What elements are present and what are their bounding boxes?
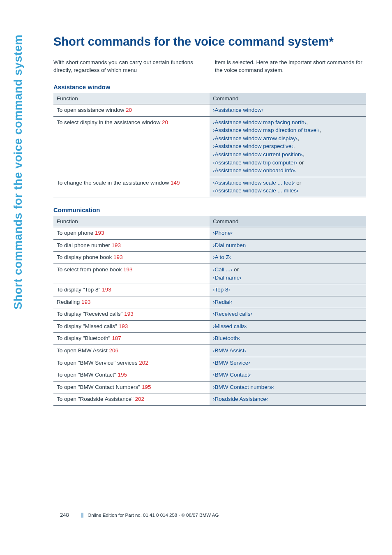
page-reference-link[interactable]: 193: [124, 311, 134, 317]
function-cell: To display "Bluetooth" 187: [53, 333, 210, 345]
page-number: 248: [53, 512, 80, 518]
table-row: To open assistance window 20›Assistance …: [53, 104, 366, 117]
command-cell: ›BMW Service‹: [210, 357, 366, 369]
page-reference-link[interactable]: 193: [123, 266, 133, 273]
table-row: To display "Received calls" 193›Received…: [53, 308, 366, 321]
command-text: ,: [297, 135, 299, 141]
page-reference-link[interactable]: 193: [81, 299, 91, 305]
function-cell: To open "Roadside Assistance" 202: [53, 393, 210, 406]
function-text: To open "Roadside Assistance": [57, 396, 135, 402]
page-reference-link[interactable]: 193: [102, 287, 111, 293]
table-communication: Function Command To open phone 193›Phone…: [53, 216, 366, 406]
page-title: Short commands for the voice command sys…: [53, 35, 366, 49]
table-row: To open BMW Assist 206›BMW Assist‹: [53, 345, 366, 357]
table-row: To open phone 193›Phone‹: [53, 227, 366, 240]
intro-right: item is selected. Here are the important…: [215, 59, 366, 74]
command-cell: ›Phone‹: [210, 227, 366, 240]
function-cell: To dial phone number 193: [53, 239, 210, 252]
function-cell: To open "BMW Contact" 195: [53, 369, 210, 382]
command-text: ›Top 8‹: [213, 287, 230, 293]
function-text: To display phone book: [57, 254, 113, 260]
page-reference-link[interactable]: 20: [126, 107, 132, 113]
function-text: To display "Top 8": [57, 287, 102, 293]
command-cell: ›Dial number‹: [210, 239, 366, 252]
function-text: To dial phone number: [57, 242, 112, 248]
page-reference-link[interactable]: 193: [112, 242, 121, 248]
page-footer: 248 Online Edition for Part no. 01 41 0 …: [53, 512, 366, 518]
command-cell: ›A to Z‹: [210, 252, 366, 264]
function-text: To open assistance window: [57, 107, 126, 113]
page-reference-link[interactable]: 193: [95, 230, 104, 236]
command-text: ›Call ...‹: [213, 266, 232, 273]
page-reference-link[interactable]: 20: [162, 119, 168, 125]
command-text: ›Dial name‹: [213, 275, 242, 281]
command-cell: ›Missed calls‹: [210, 320, 366, 333]
page-reference-link[interactable]: 193: [113, 254, 123, 260]
page-reference-link[interactable]: 187: [112, 335, 121, 341]
command-cell: ›BMW Contact numbers‹: [210, 381, 366, 393]
function-text: To open "BMW Contact Numbers": [57, 384, 142, 390]
command-text: ,: [306, 119, 308, 125]
command-text: ›Assistance window map direction of trav…: [213, 127, 320, 133]
function-text: To open "BMW Service" services: [57, 360, 139, 366]
table-row: To display "Missed calls" 193›Missed cal…: [53, 320, 366, 333]
table-row: To change the scale in the assistance wi…: [53, 177, 366, 197]
command-text: ›A to Z‹: [213, 254, 231, 260]
page-reference-link[interactable]: 195: [118, 372, 127, 378]
table-row: To display phone book 193›A to Z‹: [53, 252, 366, 264]
function-cell: To open BMW Assist 206: [53, 345, 210, 357]
command-text: or: [297, 160, 304, 166]
command-text: ›Redial‹: [213, 299, 232, 305]
command-text: ›Assistance window scale ... miles‹: [213, 187, 299, 194]
command-text: ›Assistance window onboard info‹: [213, 167, 296, 173]
command-cell: ›Assistance window scale ... feet‹ or›As…: [210, 177, 366, 197]
function-cell: To display phone book 193: [53, 252, 210, 264]
command-cell: ›BMW Contact‹: [210, 369, 366, 382]
command-text: ›BMW Contact numbers‹: [213, 384, 274, 390]
command-text: ›Assistance window scale ... feet‹: [213, 180, 295, 186]
command-text: ›Roadside Assistance‹: [213, 396, 268, 402]
table-assistance-body: To open assistance window 20›Assistance …: [53, 104, 366, 197]
function-text: To open BMW Assist: [57, 347, 109, 354]
function-cell: To open "BMW Service" services 202: [53, 357, 210, 369]
command-cell: ›Redial‹: [210, 296, 366, 308]
section-heading-assistance: Assistance window: [53, 83, 366, 90]
table-row: To select display in the assistance wind…: [53, 116, 366, 177]
page-reference-link[interactable]: 193: [119, 323, 128, 329]
table-row: To display "Top 8" 193›Top 8‹: [53, 284, 366, 296]
function-cell: To select display in the assistance wind…: [53, 116, 210, 177]
function-text: To display "Bluetooth": [57, 335, 112, 341]
table-row: To open "BMW Service" services 202›BMW S…: [53, 357, 366, 369]
section-heading-communication: Communication: [53, 206, 366, 213]
function-text: To display "Missed calls": [57, 323, 119, 329]
side-tab-label: Short commands for the voice command sys…: [12, 35, 25, 310]
page-reference-link[interactable]: 206: [109, 347, 119, 354]
function-text: To open phone: [57, 230, 95, 236]
col-header-function: Function: [53, 93, 210, 104]
command-text: ›Received calls‹: [213, 311, 252, 317]
function-text: To display "Received calls": [57, 311, 124, 317]
function-cell: To display "Missed calls" 193: [53, 320, 210, 333]
page-reference-link[interactable]: 195: [142, 384, 151, 390]
command-text: ›Assistance window‹: [213, 107, 263, 113]
command-text: ›Assistance window trip computer‹: [213, 160, 297, 166]
page-reference-link[interactable]: 202: [135, 396, 144, 402]
function-text: To change the scale in the assistance wi…: [57, 180, 171, 186]
table-row: Redialing 193›Redial‹: [53, 296, 366, 308]
function-cell: To display "Top 8" 193: [53, 284, 210, 296]
function-text: To select display in the assistance wind…: [57, 119, 162, 125]
page-reference-link[interactable]: 202: [139, 360, 148, 366]
col-header-command: Command: [210, 93, 366, 104]
command-text: ›Assistance window perspective‹: [213, 143, 293, 149]
command-text: or: [232, 266, 239, 273]
command-text: ›Phone‹: [213, 230, 233, 236]
function-text: To select from phone book: [57, 266, 123, 273]
command-text: ›Dial number‹: [213, 242, 247, 248]
command-cell: ›Call ...‹ or›Dial name‹: [210, 264, 366, 284]
command-text: ›BMW Contact‹: [213, 372, 251, 378]
table-row: To display "Bluetooth" 187›Bluetooth‹: [53, 333, 366, 345]
function-cell: To display "Received calls" 193: [53, 308, 210, 321]
function-text: Redialing: [57, 299, 81, 305]
intro-columns: With short commands you can carry out ce…: [53, 59, 366, 74]
page-reference-link[interactable]: 149: [171, 180, 180, 186]
